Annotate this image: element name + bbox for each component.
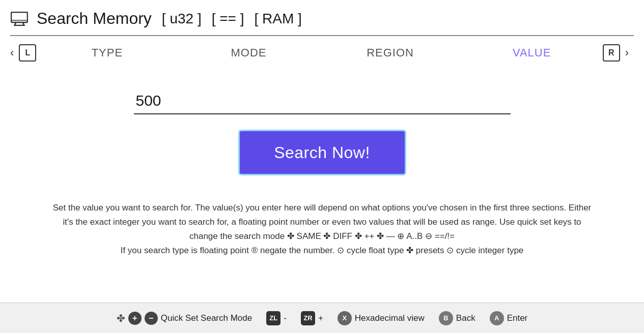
left-arrow[interactable]: ‹ [10, 46, 14, 59]
footer-quick-set: ✤ + − Quick Set Search Mode [117, 312, 253, 325]
nav-left: ‹ L [10, 44, 36, 62]
right-arrow[interactable]: › [625, 46, 629, 59]
main-content: Search Now! Set the value you want to se… [0, 68, 644, 258]
quick-set-icon: ✤ [117, 312, 125, 324]
value-input-container [134, 88, 511, 114]
x-badge: X [338, 311, 352, 325]
page-title: Search Memory [37, 9, 152, 28]
region-badge: [ RAM ] [255, 11, 302, 27]
hex-view-label: Hexadecimal view [355, 313, 425, 323]
quick-set-label: Quick Set Search Mode [161, 313, 253, 323]
help-text: Set the value you want to search for. Th… [52, 201, 592, 258]
tab-type[interactable]: TYPE [36, 46, 178, 59]
footer-x: X Hexadecimal view [338, 311, 425, 325]
nav-tabs: TYPE MODE REGION VALUE [36, 46, 602, 59]
right-box[interactable]: R [603, 44, 620, 62]
enter-label: Enter [507, 313, 528, 323]
plus-badge: + [128, 312, 142, 325]
footer-zl: ZL - [266, 311, 287, 325]
back-label: Back [456, 313, 475, 323]
value-input[interactable] [134, 88, 511, 114]
nav-bar: ‹ L TYPE MODE REGION VALUE R › [0, 36, 644, 68]
mode-badge: [ == ] [212, 11, 244, 27]
footer-b: B Back [439, 311, 475, 325]
footer-a: A Enter [490, 311, 528, 325]
monitor-icon [10, 10, 29, 28]
header: Search Memory [ u32 ] [ == ] [ RAM ] [0, 0, 644, 35]
footer: ✤ + − Quick Set Search Mode ZL - ZR + X … [0, 302, 644, 333]
zr-badge: ZR [301, 311, 315, 325]
tab-mode[interactable]: MODE [178, 46, 319, 59]
type-badge: [ u32 ] [162, 11, 202, 27]
zr-label: + [318, 313, 323, 323]
nav-right: R › [603, 44, 629, 62]
zl-badge: ZL [266, 311, 281, 325]
zl-label: - [284, 313, 287, 323]
left-box[interactable]: L [19, 44, 36, 62]
minus-badge: − [145, 312, 158, 325]
b-badge: B [439, 311, 453, 325]
tab-region[interactable]: REGION [320, 46, 461, 59]
footer-zr: ZR + [301, 311, 323, 325]
svg-rect-0 [11, 12, 27, 22]
search-now-button[interactable]: Search Now! [238, 130, 406, 175]
tab-value[interactable]: VALUE [461, 46, 603, 59]
a-badge: A [490, 311, 504, 325]
